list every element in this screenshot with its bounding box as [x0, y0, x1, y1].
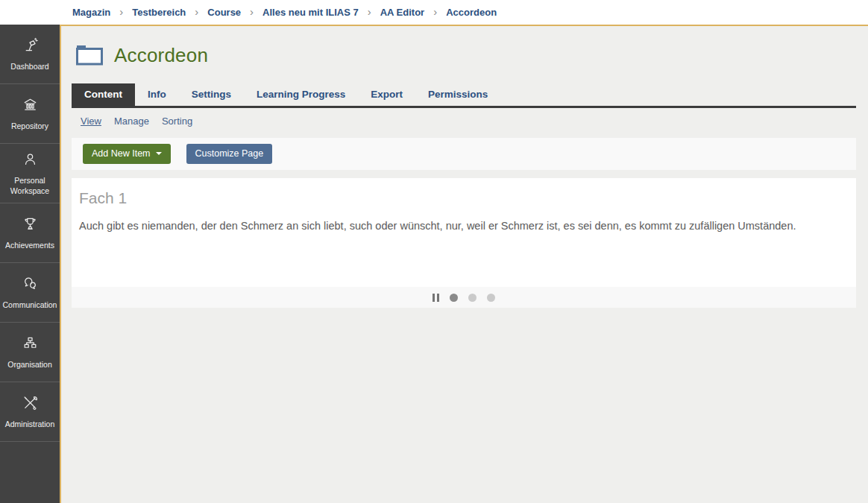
- subtab-manage[interactable]: Manage: [114, 116, 149, 127]
- chevron-right-icon: ›: [119, 5, 123, 18]
- carousel-dot-2[interactable]: [468, 294, 477, 302]
- sidebar-item-communication[interactable]: Communication: [0, 263, 60, 323]
- tab-bar: Content Info Settings Learning Progress …: [72, 83, 856, 108]
- communication-icon: [22, 275, 39, 295]
- tab-permissions[interactable]: Permissions: [415, 83, 500, 106]
- sidebar-item-label: Achievements: [5, 241, 54, 250]
- sidebar-item-label: Repository: [11, 121, 48, 131]
- customize-page-button[interactable]: Customize Page: [186, 144, 273, 164]
- sidebar-item-label: Organisation: [7, 360, 52, 370]
- carousel-controls: [72, 287, 856, 308]
- breadcrumb: Magazin › Testbereich › Course › Alles n…: [0, 0, 868, 25]
- breadcrumb-item-course[interactable]: Course: [207, 7, 241, 18]
- chevron-right-icon: ›: [195, 5, 198, 18]
- accordion-slide: Fach 1 Auch gibt es niemanden, der den S…: [72, 178, 856, 287]
- chevron-right-icon: ›: [368, 5, 371, 18]
- breadcrumb-item-aa-editor[interactable]: AA Editor: [380, 7, 424, 18]
- breadcrumb-item-magazin[interactable]: Magazin: [72, 7, 110, 18]
- tab-export[interactable]: Export: [358, 83, 415, 106]
- caret-down-icon: [156, 152, 162, 155]
- breadcrumb-item-alles-neu-mit-ilias-7[interactable]: Alles neu mit ILIAS 7: [262, 7, 359, 18]
- carousel-dot-1[interactable]: [450, 294, 458, 302]
- sidebar-item-label: Dashboard: [10, 62, 48, 72]
- chevron-right-icon: ›: [433, 5, 437, 18]
- chevron-right-icon: ›: [250, 5, 254, 18]
- tab-learning-progress[interactable]: Learning Progress: [244, 83, 358, 106]
- sidebar: Dashboard Repository Personal Workspace …: [0, 25, 61, 503]
- toolbar: Add New Item Customize Page: [72, 138, 856, 170]
- subtab-view[interactable]: View: [81, 116, 101, 127]
- sidebar-item-repository[interactable]: Repository: [0, 84, 60, 144]
- breadcrumb-item-testbereich[interactable]: Testbereich: [132, 7, 186, 18]
- slide-body: Auch gibt es niemanden, der den Schmerz …: [79, 218, 849, 234]
- repository-icon: [22, 96, 39, 116]
- subtab-bar: View Manage Sorting: [72, 116, 856, 127]
- tab-info[interactable]: Info: [135, 83, 179, 106]
- carousel-dot-3[interactable]: [487, 294, 495, 302]
- page-title: Accordeon: [114, 44, 208, 67]
- sidebar-item-label: Administration: [5, 420, 55, 429]
- slide-heading: Fach 1: [79, 189, 849, 207]
- dashboard-icon: [22, 37, 39, 57]
- folder-icon: [75, 42, 104, 69]
- organisation-icon: [22, 335, 39, 355]
- page-header: Accordeon: [61, 26, 868, 69]
- sidebar-item-organisation[interactable]: Organisation: [0, 323, 60, 382]
- sidebar-item-administration[interactable]: Administration: [0, 382, 60, 442]
- sidebar-item-achievements[interactable]: Achievements: [0, 203, 60, 263]
- add-new-item-button[interactable]: Add New Item: [83, 144, 171, 164]
- breadcrumb-item-accordeon[interactable]: Accordeon: [446, 7, 497, 18]
- personal-workspace-icon: [22, 151, 39, 171]
- sidebar-filler: [0, 442, 60, 503]
- administration-icon: [22, 394, 39, 414]
- add-new-item-label: Add New Item: [92, 148, 151, 159]
- sidebar-item-label: Personal Workspace: [2, 176, 57, 195]
- main-content: Accordeon Content Info Settings Learning…: [61, 25, 868, 503]
- pause-button[interactable]: [433, 294, 439, 302]
- achievements-icon: [22, 215, 39, 235]
- tab-content[interactable]: Content: [72, 83, 135, 106]
- sidebar-item-personal-workspace[interactable]: Personal Workspace: [0, 144, 60, 203]
- sidebar-item-label: Communication: [3, 300, 57, 310]
- subtab-sorting[interactable]: Sorting: [162, 116, 192, 127]
- sidebar-item-dashboard[interactable]: Dashboard: [0, 25, 60, 84]
- tab-settings[interactable]: Settings: [179, 83, 244, 106]
